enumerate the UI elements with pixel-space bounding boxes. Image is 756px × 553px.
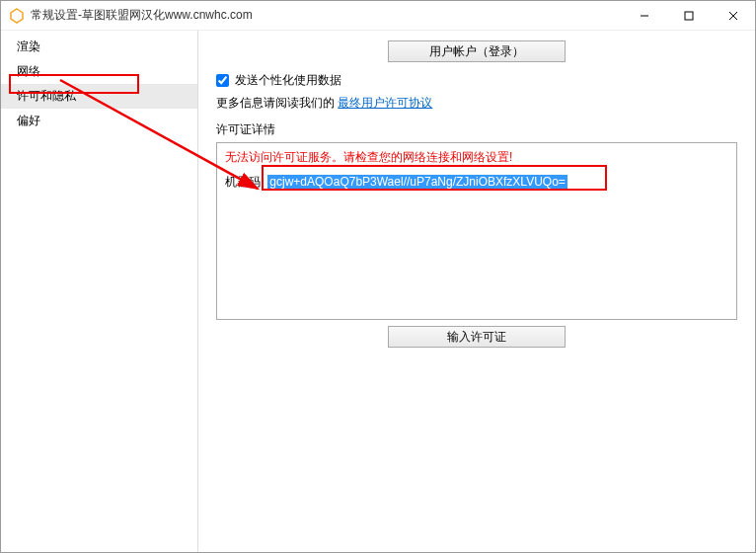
enter-license-button[interactable]: 输入许可证 xyxy=(388,326,566,348)
eula-link[interactable]: 最终用户许可协议 xyxy=(338,96,432,110)
sidebar-item-preferences[interactable]: 偏好 xyxy=(1,109,197,133)
sidebar-item-render[interactable]: 渲染 xyxy=(1,35,197,59)
sidebar-item-label: 偏好 xyxy=(17,114,40,127)
button-label: 用户帐户（登录） xyxy=(429,44,524,58)
license-details-label: 许可证详情 xyxy=(216,121,737,138)
button-label: 输入许可证 xyxy=(447,330,506,344)
license-error-text: 无法访问许可证服务。请检查您的网络连接和网络设置! xyxy=(225,149,728,166)
user-account-button[interactable]: 用户帐户（登录） xyxy=(388,40,566,62)
license-details-box: 无法访问许可证服务。请检查您的网络连接和网络设置! 机器码: gcjw+dAQO… xyxy=(216,142,737,320)
sidebar-item-label: 许可和隐私 xyxy=(17,89,76,103)
eula-prefix: 更多信息请阅读我们的 xyxy=(216,96,338,110)
machine-code-value[interactable]: gcjw+dAQOaQ7bP3Wael//uP7aNg/ZJniOBXfzXLV… xyxy=(267,175,567,189)
minimize-button[interactable] xyxy=(622,1,666,31)
content-panel: 用户帐户（登录） 发送个性化使用数据 更多信息请阅读我们的 最终用户许可协议 许… xyxy=(198,31,755,552)
app-icon xyxy=(9,8,25,24)
sidebar-item-label: 渲染 xyxy=(17,40,40,53)
sidebar-item-network[interactable]: 网络 xyxy=(1,59,197,84)
window-title: 常规设置-草图联盟网汉化www.cnwhc.com xyxy=(31,7,622,24)
titlebar: 常规设置-草图联盟网汉化www.cnwhc.com xyxy=(1,1,755,31)
eula-info-row: 更多信息请阅读我们的 最终用户许可协议 xyxy=(216,95,737,112)
maximize-button[interactable] xyxy=(666,1,711,31)
svg-rect-1 xyxy=(685,12,693,20)
sidebar-item-label: 网络 xyxy=(17,64,40,78)
machine-code-label: 机器码: xyxy=(225,174,264,191)
close-button[interactable] xyxy=(711,1,755,31)
sidebar: 渲染 网络 许可和隐私 偏好 xyxy=(1,31,198,552)
send-usage-data-checkbox[interactable] xyxy=(216,74,229,87)
sidebar-item-license-privacy[interactable]: 许可和隐私 xyxy=(1,84,197,109)
send-usage-data-label: 发送个性化使用数据 xyxy=(235,72,341,89)
